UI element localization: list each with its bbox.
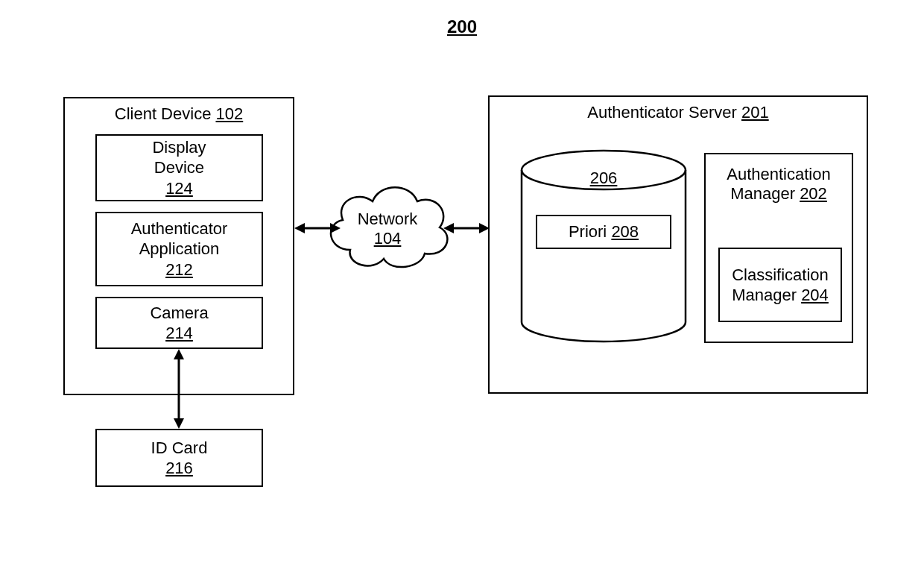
classification-manager-ref: 204 [801, 286, 829, 304]
authenticator-app-box: AuthenticatorApplication 212 [95, 212, 263, 286]
network-label-wrap: Network 104 [320, 210, 455, 248]
display-device-ref: 124 [165, 179, 193, 198]
client-device-title-text: Client Device [115, 104, 212, 123]
figure-number-text: 200 [447, 16, 477, 37]
arrow-camera-idcard [168, 349, 190, 429]
id-card-box: ID Card 216 [95, 429, 263, 487]
diagram-canvas: 200 Client Device 102 DisplayDevice 124 … [0, 0, 924, 563]
client-device-ref: 102 [216, 104, 244, 123]
camera-box: Camera 214 [95, 297, 263, 349]
arrow-network-server [443, 219, 490, 237]
id-card-label: ID Card [151, 438, 208, 457]
id-card-ref: 216 [165, 459, 193, 477]
display-device-box: DisplayDevice 124 [95, 134, 263, 201]
auth-server-ref: 201 [741, 103, 769, 122]
network-label: Network [358, 210, 418, 228]
auth-server-title: Authenticator Server 201 [490, 97, 867, 122]
auth-manager-title: AuthenticationManager 202 [706, 154, 852, 204]
authenticator-app-label: AuthenticatorApplication [131, 219, 228, 259]
camera-ref: 214 [165, 324, 193, 342]
svg-marker-5 [330, 223, 341, 233]
svg-marker-1 [174, 349, 184, 359]
arrow-client-network [294, 219, 341, 237]
svg-marker-4 [294, 223, 305, 233]
priori-label: Priori [569, 222, 607, 241]
auth-server-title-text: Authenticator Server [587, 103, 737, 122]
classification-manager-box: ClassificationManager 204 [718, 248, 842, 322]
database-ref: 206 [590, 169, 618, 187]
client-device-title: Client Device 102 [65, 98, 293, 124]
authenticator-app-ref: 212 [165, 260, 193, 279]
priori-box: Priori 208 [536, 215, 671, 249]
camera-label: Camera [150, 303, 208, 322]
database-ref-wrap: 206 [518, 169, 689, 188]
network-cloud: Network 104 [320, 175, 455, 283]
display-device-label: DisplayDevice [152, 138, 206, 177]
svg-marker-7 [443, 223, 454, 233]
figure-number: 200 [447, 16, 477, 37]
auth-manager-ref: 202 [800, 184, 827, 203]
priori-ref: 208 [611, 222, 639, 241]
svg-marker-2 [174, 418, 184, 429]
network-ref: 104 [374, 229, 402, 248]
